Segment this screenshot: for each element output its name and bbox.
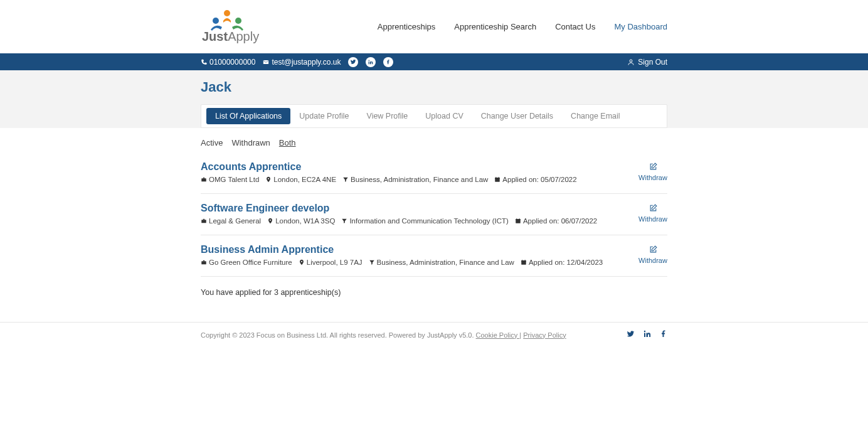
svg-rect-14 [201,220,206,223]
map-pin-icon [265,176,272,183]
envelope-icon [263,59,269,65]
footer-text: Copyright © 2023 Focus on Business Ltd. … [201,331,566,339]
withdraw-button[interactable]: Withdraw [638,203,667,225]
privacy-policy-link[interactable]: Privacy Policy [523,331,566,339]
svg-rect-17 [516,219,521,220]
withdraw-button[interactable]: Withdraw [638,244,667,266]
withdraw-button[interactable]: Withdraw [638,161,667,183]
tab-view-profile[interactable]: View Profile [358,108,417,124]
svg-rect-25 [525,260,526,261]
tab-change-email[interactable]: Change Email [562,108,629,124]
contact-bar: 01000000000 test@justapply.co.uk Sign Ou… [0,53,868,70]
cookie-policy-link[interactable]: Cookie Policy [476,331,520,339]
map-pin-icon [267,218,273,224]
meta-applied: Applied on: 06/07/2022 [515,217,597,225]
withdraw-label: Withdraw [638,257,667,264]
application-meta: Legal & General London, W1A 3SQ Informat… [201,217,638,225]
svg-point-2 [235,18,241,24]
filter-both[interactable]: Both [279,138,296,147]
application-card: Accounts Apprentice OMG Talent Ltd Londo… [201,158,667,194]
svg-rect-8 [201,178,206,181]
svg-text:JustApply: JustApply [202,29,259,43]
map-pin-icon [299,259,305,265]
svg-point-7 [630,60,632,62]
withdraw-label: Withdraw [638,174,667,181]
application-card: Software Engineer develop Legal & Genera… [201,194,667,235]
svg-rect-18 [516,218,517,220]
tabs: List Of Applications Update Profile View… [201,104,667,128]
nav-my-dashboard[interactable]: My Dashboard [614,22,667,31]
nav-apprenticeships[interactable]: Apprenticeships [378,22,436,31]
meta-category: Information and Communication Technology… [341,217,509,225]
withdraw-label: Withdraw [638,215,667,223]
signout-text: Sign Out [638,58,667,67]
tab-change-user-details[interactable]: Change User Details [472,108,562,124]
filter-active[interactable]: Active [201,138,223,147]
summary-text: You have applied for 3 apprenticeship(s) [201,288,667,297]
meta-location: Liverpool, L9 7AJ [299,259,363,266]
svg-point-15 [270,220,271,221]
svg-rect-23 [521,260,526,262]
svg-point-1 [213,18,219,24]
page-head: Jack List Of Applications Update Profile… [0,70,868,128]
application-meta: OMG Talent Ltd London, EC2A 4NE Business… [201,176,638,183]
filter-icon [342,176,349,183]
meta-applied: Applied on: 05/07/2022 [494,176,576,183]
svg-point-6 [369,60,370,61]
phone[interactable]: 01000000000 [201,58,255,67]
user-icon [627,58,635,66]
application-title[interactable]: Business Admin Apprentice [201,244,638,255]
facebook-icon[interactable] [383,57,393,67]
calendar-icon [521,259,527,265]
footer-twitter-icon[interactable] [627,330,635,339]
nav-apprenticeship-search[interactable]: Apprenticeship Search [454,22,536,31]
svg-rect-13 [499,177,499,178]
email-text: test@justapply.co.uk [272,58,341,67]
application-title[interactable]: Accounts Apprentice [201,161,638,173]
nav-contact-us[interactable]: Contact Us [555,22,595,31]
meta-applied: Applied on: 12/04/2023 [521,259,603,266]
svg-rect-12 [496,177,497,178]
footer-linkedin-icon[interactable] [643,330,651,339]
svg-rect-24 [522,260,522,261]
footer-facebook-icon[interactable] [660,330,667,339]
tab-list-of-applications[interactable]: List Of Applications [206,108,290,124]
meta-category: Business, Administration, Finance and La… [369,259,514,266]
phone-text: 01000000000 [209,58,255,67]
svg-point-21 [301,261,302,262]
svg-point-27 [644,331,646,333]
application-card: Business Admin Apprentice Go Green Offic… [201,235,667,277]
briefcase-icon [201,176,207,183]
signout-link[interactable]: Sign Out [627,58,667,67]
edit-icon [649,163,657,173]
footer-social [627,330,667,339]
calendar-icon [515,218,521,224]
filter-icon [341,218,347,224]
logo[interactable]: JustApply [201,7,276,47]
filter-withdrawn[interactable]: Withdrawn [231,138,270,147]
calendar-icon [494,176,500,183]
meta-category: Business, Administration, Finance and La… [342,176,488,183]
twitter-icon[interactable] [348,57,358,67]
svg-point-0 [224,10,230,16]
meta-location: London, EC2A 4NE [265,176,336,183]
edit-icon [649,204,657,214]
briefcase-icon [201,259,207,265]
meta-company: Go Green Office Furniture [201,259,292,266]
main-content: Active Withdrawn Both Accounts Apprentic… [0,128,868,322]
email[interactable]: test@justapply.co.uk [263,58,341,67]
meta-company: Legal & General [201,217,261,225]
linkedin-icon[interactable] [366,57,376,67]
filter-row: Active Withdrawn Both [201,138,667,147]
filter-icon [369,259,375,265]
tab-upload-cv[interactable]: Upload CV [416,108,472,124]
application-meta: Go Green Office Furniture Liverpool, L9 … [201,259,638,266]
svg-rect-20 [201,261,206,264]
application-title[interactable]: Software Engineer develop [201,203,638,214]
svg-rect-19 [519,218,520,220]
header: JustApply Apprenticeships Apprenticeship… [0,0,868,53]
svg-rect-11 [495,178,500,179]
svg-rect-4 [263,60,268,64]
tab-update-profile[interactable]: Update Profile [290,108,357,124]
main-nav: Apprenticeships Apprenticeship Search Co… [378,22,667,31]
